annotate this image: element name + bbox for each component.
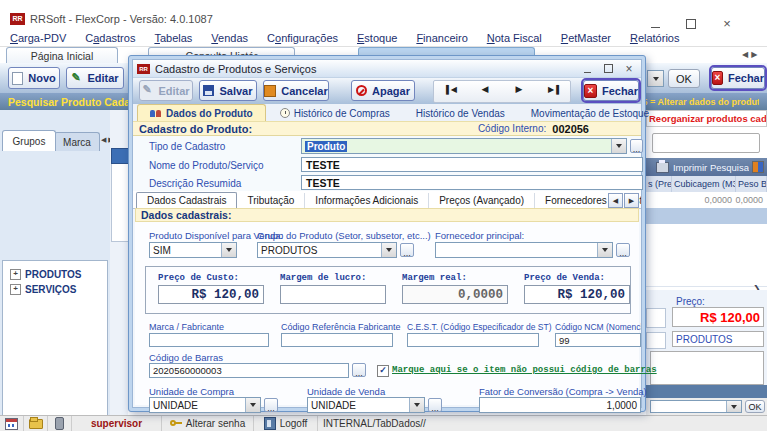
results-grid-selected-row[interactable]: [646, 208, 767, 224]
alterar-senha-button[interactable]: Alterar senha: [162, 416, 254, 431]
cest-input[interactable]: [407, 333, 539, 347]
tab-grupos[interactable]: Grupos: [2, 130, 56, 151]
subtab-scroll-right-button[interactable]: ▶: [624, 193, 639, 208]
cod-ref-input[interactable]: [281, 333, 393, 347]
toolbar-combo-fragment[interactable]: [647, 70, 664, 87]
fornecedor-browse-button[interactable]: ...: [616, 243, 630, 257]
subtab-precos-avancado[interactable]: Preços (Avançado): [429, 193, 535, 208]
ok-button-top[interactable]: OK: [668, 69, 700, 88]
tree-item-produtos[interactable]: PRODUTOS: [3, 267, 107, 282]
editar-button[interactable]: Editar: [139, 80, 193, 101]
expand-plus-icon[interactable]: [10, 284, 21, 295]
menu-item-configuracoes[interactable]: Configurações: [267, 32, 338, 44]
dialog-tab-movimentacao-de-estoque[interactable]: Movimentação de Estoque: [519, 105, 661, 121]
save-icon: [203, 85, 214, 96]
logoff-label: Logoff: [280, 418, 308, 429]
editar-bg-label: Editar: [87, 72, 118, 84]
disponivel-combo[interactable]: SIM: [149, 242, 237, 258]
ellipsis-icon: ...: [633, 146, 641, 152]
statusbar-folder-cell[interactable]: [24, 416, 48, 431]
menu-item-cadastros[interactable]: Cadastros: [85, 32, 135, 44]
descricao-resumida-input[interactable]: TESTE: [301, 175, 643, 190]
statusbar-calendar-cell[interactable]: [0, 416, 24, 431]
tipo-cadastro-label: Tipo de Cadastro: [149, 141, 225, 152]
nav-first-button[interactable]: [434, 81, 468, 97]
search-input[interactable]: [652, 133, 760, 153]
editar-button-bg[interactable]: Editar: [66, 67, 124, 89]
dialog-maximize-button[interactable]: [600, 61, 616, 77]
nav-prev-button[interactable]: [468, 81, 502, 97]
apagar-button[interactable]: Apagar: [351, 80, 415, 101]
menu-item-financeiro[interactable]: Financeiro: [416, 32, 467, 44]
subtab-scroll-left-button[interactable]: ◀: [608, 193, 623, 208]
nav-next-button[interactable]: [502, 81, 536, 97]
fator-input[interactable]: 1,0000: [479, 397, 641, 413]
tab-pagina-inicial[interactable]: Página Inicial: [6, 47, 118, 64]
logoff-button[interactable]: Logoff: [254, 416, 318, 431]
tab-marca[interactable]: Marca: [54, 132, 100, 151]
menu-item-nota-fiscal[interactable]: Nota Fiscal: [487, 32, 542, 44]
tipo-cadastro-combo[interactable]: Produto: [301, 138, 627, 154]
menu-item-tabelas[interactable]: Tabelas: [154, 32, 192, 44]
preco-venda-input[interactable]: R$ 120,00: [524, 285, 630, 304]
cancelar-button[interactable]: Cancelar: [263, 80, 329, 101]
reorganizar-bar[interactable]: Reorganizar produtos cadastrados: [646, 110, 767, 127]
un-venda-combo[interactable]: UNIDADE: [307, 397, 425, 413]
barras-input[interactable]: 2020560000003: [149, 363, 349, 378]
tree-item-servicos[interactable]: SERVIÇOS: [3, 282, 107, 297]
salvar-button[interactable]: Salvar: [199, 80, 257, 101]
ok-button-bottom[interactable]: OK: [745, 400, 765, 413]
sem-barras-checkbox[interactable]: [377, 365, 389, 377]
subtab-dados-cadastrais[interactable]: Dados Cadastrais: [136, 192, 237, 208]
fornecedor-combo[interactable]: [435, 242, 613, 258]
grid-col-cubicagem-m3[interactable]: Cubicagem (M3): [672, 176, 736, 192]
subtab-informacoes-adicionais[interactable]: Informações Adicionais: [305, 193, 429, 208]
menu-item-vendas[interactable]: Vendas: [211, 32, 248, 44]
preco-custo-input[interactable]: R$ 120,00: [158, 285, 264, 304]
grid-col-s-pre[interactable]: s (Pre...: [646, 176, 672, 192]
dialog-form-top: Tipo de Cadastro Produto ... Nome do Pro…: [133, 136, 641, 191]
menu-item-relatorios[interactable]: Relatórios: [630, 32, 680, 44]
dialog-minimize-button[interactable]: [579, 61, 595, 77]
results-grid-row[interactable]: 0,00000,0000: [646, 192, 767, 208]
marca-input[interactable]: [149, 333, 269, 347]
nome-produto-input[interactable]: TESTE: [301, 157, 643, 172]
menu-item-estoque[interactable]: Estoque: [357, 32, 397, 44]
un-compra-browse-button[interactable]: ...: [264, 398, 278, 412]
sem-barras-checkbox-label[interactable]: Marque aqui se o item não possui código …: [392, 365, 657, 375]
imprimir-label[interactable]: Imprimir Pesquisa: [673, 162, 749, 173]
grid-col-peso-bruto[interactable]: Peso Bruto: [736, 176, 767, 192]
chevron-down-icon: [597, 243, 612, 257]
un-venda-browse-button[interactable]: ...: [428, 398, 442, 412]
menu-item-carga-pdv[interactable]: Carga-PDV: [10, 32, 66, 44]
detail-panel: Preço: R$ 120,00 PRODUTOS: [646, 290, 767, 385]
ncm-input[interactable]: 99: [555, 333, 641, 347]
grid-export-icon[interactable]: [753, 162, 763, 172]
expand-plus-icon[interactable]: [10, 269, 21, 280]
grid-cell: 0,0000: [736, 192, 767, 208]
grupo-produto-combo[interactable]: PRODUTOS: [257, 242, 397, 258]
dialog-close-button[interactable]: ×: [621, 61, 637, 77]
fechar-button-bg[interactable]: Fechar: [711, 67, 765, 89]
dialog-tab-bar: Dados do ProdutoHistórico de ComprasHist…: [133, 104, 641, 122]
bottom-combo[interactable]: [650, 400, 742, 413]
dialog-tab-label: Histórico de Vendas: [416, 108, 505, 119]
un-compra-combo[interactable]: UNIDADE: [149, 397, 261, 413]
barras-browse-button[interactable]: ...: [352, 363, 366, 377]
codigo-interno-label: Código Interno:: [478, 123, 546, 134]
dialog-tab-historico-de-compras[interactable]: Histórico de Compras: [268, 105, 402, 121]
subtab-fornecedores[interactable]: Fornecedores: [535, 193, 618, 208]
dialog-tab-historico-de-vendas[interactable]: Histórico de Vendas: [404, 105, 517, 121]
menu-item-petmaster[interactable]: PetMaster: [561, 32, 611, 44]
dialog-tab-dados-do-produto[interactable]: Dados do Produto: [137, 104, 266, 121]
fechar-button[interactable]: Fechar: [583, 80, 639, 101]
subtab-scroll: ◀ ▶: [608, 193, 639, 208]
nav-last-button[interactable]: [536, 81, 570, 97]
tabstrip-scroll-arrows[interactable]: ◀▶: [742, 50, 760, 59]
subtab-tributacao[interactable]: Tributação: [237, 193, 305, 208]
grupo-browse-button[interactable]: ...: [400, 243, 414, 257]
tipo-cadastro-browse-button[interactable]: ...: [630, 139, 643, 153]
statusbar-device-cell[interactable]: [48, 416, 72, 431]
novo-button[interactable]: Novo: [8, 67, 60, 89]
margem-lucro-input[interactable]: [280, 285, 386, 304]
